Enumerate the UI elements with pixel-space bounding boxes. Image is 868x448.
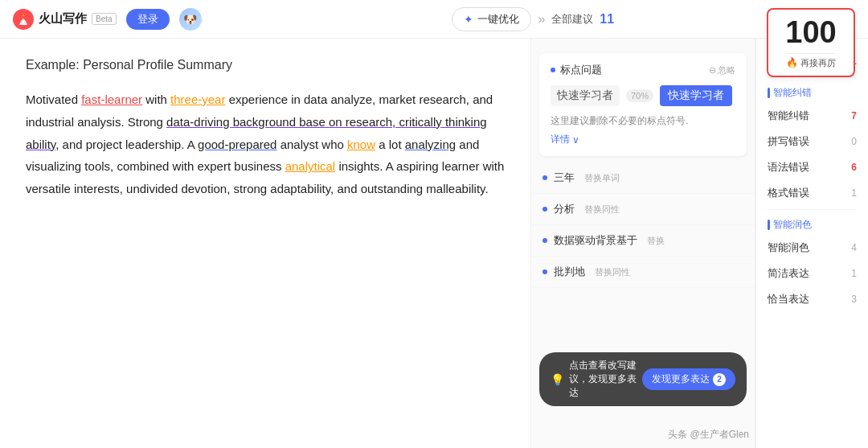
text-analyst: analyst who	[276, 138, 347, 151]
tooltip-text: 💡 点击查看改写建议，发现更多表达	[551, 359, 642, 400]
item-tag-1: 替换单词	[584, 172, 620, 184]
item-label-3: 数据驱动背景基于	[554, 233, 637, 248]
item-label-4: 批判地	[554, 265, 585, 279]
suggestion-item-2[interactable]: 分析 替换同性	[531, 194, 755, 225]
item-tag-4: 替换同性	[595, 266, 630, 278]
optimize-button[interactable]: ✦ 一键优化	[452, 7, 531, 31]
topbar-center: ✦ 一键优化 » 全部建议 11	[211, 7, 855, 31]
topbar: 火山写作 Beta 登录 🐶 ✦ 一键优化 » 全部建议 11	[0, 0, 868, 39]
right-count-smart: 7	[851, 110, 857, 121]
right-label-grammar: 语法错误	[768, 160, 809, 175]
card-dot	[551, 68, 555, 72]
logo-area: 火山写作 Beta	[13, 9, 117, 30]
editor-area: Example: Personal Profile Summary Motiva…	[0, 39, 530, 448]
suggestions-label: 全部建议	[551, 12, 593, 27]
score-value: 100	[776, 16, 845, 50]
right-item-format[interactable]: 格式错误 1	[756, 180, 868, 206]
right-item-spelling[interactable]: 拼写错误 0	[756, 129, 868, 154]
suggestion-item-3[interactable]: 数据驱动背景基于 替换	[531, 225, 755, 257]
right-count-spelling: 0	[851, 136, 857, 147]
word-percent: 70%	[626, 89, 653, 102]
item-tag-3: 替换	[647, 235, 665, 247]
star-icon: ✦	[464, 13, 473, 26]
word-compare: 快速学习者 70% 快速学习者	[551, 85, 735, 106]
right-label-format: 格式错误	[768, 186, 809, 200]
divider-1	[768, 77, 857, 78]
logo-icon	[13, 9, 34, 30]
text-motivated: Motivated	[26, 92, 81, 106]
section-smart-tone: 智能润色	[756, 213, 868, 235]
watermark: 头条 @生产者Glen	[668, 428, 749, 442]
suggestions-count: 11	[600, 12, 614, 27]
ignore-button[interactable]: ⊖ 忽略	[709, 64, 735, 76]
login-button[interactable]: 登录	[126, 9, 170, 30]
app-name: 火山写作	[39, 11, 87, 27]
right-count-format: 1	[851, 187, 857, 199]
item-label-2: 分析	[554, 202, 575, 216]
item-dot-3	[542, 238, 547, 243]
right-count-concise: 1	[851, 268, 857, 279]
right-panel: 全部建议 11 智能纠错 智能纠错 7 拼写错误 0 语法错误 6 格式错误 1…	[755, 39, 868, 448]
right-item-tone[interactable]: 智能润色 4	[756, 235, 868, 261]
text-analyzing: analyzing	[405, 138, 456, 151]
item-dot-1	[542, 175, 547, 180]
card-header: 标点问题 ⊖ 忽略	[551, 63, 735, 77]
right-label-proper: 恰当表达	[768, 292, 809, 306]
section-smart-correction: 智能纠错	[756, 81, 868, 103]
text-analytical: analytical	[285, 159, 336, 173]
bulb-icon: 💡	[551, 373, 564, 386]
text-fast-learner: fast-learner	[81, 92, 142, 106]
text-know: know	[347, 138, 375, 151]
text-three-year: three-year	[170, 92, 225, 106]
text-a-lot: a lot	[375, 138, 405, 151]
right-item-concise[interactable]: 简洁表达 1	[756, 261, 868, 286]
text-and-project: , and project leadership. A	[55, 138, 198, 151]
card-detail-button[interactable]: 详情 ∨	[551, 133, 735, 146]
score-divider	[787, 53, 835, 54]
right-item-smart[interactable]: 智能纠错 7	[756, 103, 868, 129]
divider-2	[768, 209, 857, 210]
right-label-concise: 简洁表达	[768, 266, 809, 281]
right-label-spelling: 拼写错误	[768, 134, 809, 149]
item-tag-2: 替换同性	[584, 203, 620, 216]
fire-icon: 🔥	[786, 57, 798, 68]
right-item-proper[interactable]: 恰当表达 3	[756, 286, 868, 312]
suggestion-card: 标点问题 ⊖ 忽略 快速学习者 70% 快速学习者 这里建议删除不必要的标点符号…	[539, 53, 747, 156]
text-with: with	[142, 92, 170, 106]
word-original: 快速学习者	[551, 85, 620, 106]
discover-count: 2	[713, 373, 726, 386]
score-box: 100 🔥 再接再厉	[767, 8, 855, 77]
item-dot-2	[542, 207, 547, 212]
card-type: 标点问题	[551, 63, 602, 77]
item-dot-4	[542, 269, 547, 274]
right-label-smart: 智能纠错	[768, 109, 809, 123]
doc-body: Motivated fast-learner with three-year e…	[26, 88, 505, 200]
main-layout: Example: Personal Profile Summary Motiva…	[0, 39, 868, 448]
suggestion-item-4[interactable]: 批判地 替换同性	[531, 257, 755, 288]
text-good-prepared: good-prepared	[198, 138, 276, 151]
right-count-grammar: 6	[851, 162, 857, 173]
tooltip-overlay: 💡 点击查看改写建议，发现更多表达 发现更多表达 2	[539, 352, 747, 406]
more-icon[interactable]: »	[538, 12, 545, 27]
avatar: 🐶	[179, 8, 202, 31]
center-panel: 标点问题 ⊖ 忽略 快速学习者 70% 快速学习者 这里建议删除不必要的标点符号…	[530, 39, 755, 448]
right-count-tone: 4	[851, 242, 857, 253]
word-suggested[interactable]: 快速学习者	[660, 85, 732, 106]
right-count-proper: 3	[851, 294, 857, 305]
doc-title: Example: Personal Profile Summary	[26, 58, 505, 72]
beta-badge: Beta	[92, 13, 117, 25]
discover-button[interactable]: 发现更多表达 2	[642, 368, 735, 390]
item-label-1: 三年	[554, 171, 575, 185]
suggestion-item-1[interactable]: 三年 替换单词	[531, 162, 755, 194]
card-hint: 这里建议删除不必要的标点符号.	[551, 114, 735, 128]
right-item-grammar[interactable]: 语法错误 6	[756, 154, 868, 180]
right-label-tone: 智能润色	[768, 240, 809, 255]
score-label: 🔥 再接再厉	[776, 57, 845, 69]
